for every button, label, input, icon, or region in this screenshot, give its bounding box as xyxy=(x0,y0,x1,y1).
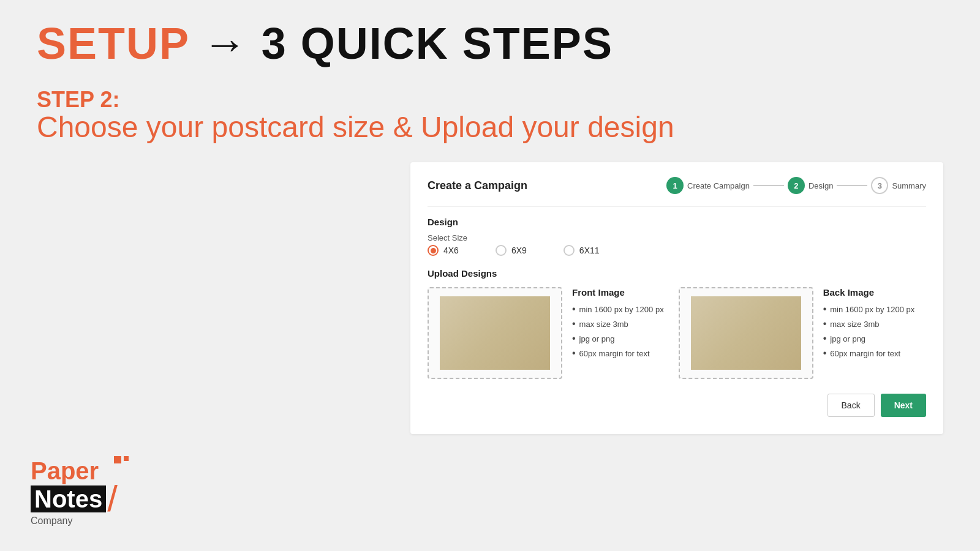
svg-rect-12 xyxy=(697,299,795,367)
card-divider xyxy=(428,206,926,207)
front-image-requirements: min 1600 px by 1200 px max size 3mb jpg … xyxy=(572,304,664,359)
back-req-3: jpg or png xyxy=(823,333,915,344)
front-req-3: jpg or png xyxy=(572,333,664,344)
back-req-4: 60px margin for text xyxy=(823,348,915,359)
back-image-title: Back Image xyxy=(823,287,915,298)
svg-point-3 xyxy=(489,318,501,332)
front-req-4: 60px margin for text xyxy=(572,348,664,359)
step-label: STEP 2: Choose your postcard size & Uplo… xyxy=(0,81,980,144)
title-arrow: → xyxy=(203,19,262,68)
svg-rect-7 xyxy=(458,345,530,347)
back-image-requirements: min 1600 px by 1200 px max size 3mb jpg … xyxy=(823,304,915,359)
svg-rect-21 xyxy=(709,353,783,354)
back-button[interactable]: Back xyxy=(827,394,875,417)
front-postcard-svg xyxy=(446,299,544,367)
svg-rect-0 xyxy=(446,299,544,367)
svg-rect-18 xyxy=(709,342,780,343)
svg-rect-13 xyxy=(697,299,795,367)
svg-rect-1 xyxy=(446,299,544,367)
front-image-title: Front Image xyxy=(572,287,664,298)
back-image-upload: Back Image min 1600 px by 1200 px max si… xyxy=(679,287,915,379)
svg-rect-22 xyxy=(709,356,775,358)
stepper-label-3: Summary xyxy=(892,181,926,190)
front-image-upload: Front Image min 1600 px by 1200 px max s… xyxy=(428,287,664,379)
svg-rect-16 xyxy=(703,303,789,305)
select-size-label: Select Size xyxy=(428,233,926,242)
svg-rect-10 xyxy=(458,356,524,358)
back-postcard-svg xyxy=(697,299,795,367)
back-req-1: min 1600 px by 1200 px xyxy=(823,304,915,315)
front-req-1: min 1600 px by 1200 px xyxy=(572,304,664,315)
radio-4x6[interactable] xyxy=(428,245,439,256)
back-image-info: Back Image min 1600 px by 1200 px max si… xyxy=(823,287,915,362)
logo-company: Company xyxy=(31,515,118,527)
stepper-label-1: Create Campaign xyxy=(687,181,750,190)
stepper-line-1 xyxy=(753,185,784,186)
svg-rect-5 xyxy=(458,337,532,339)
page-header: SETUP → 3 QUICK STEPS xyxy=(0,0,980,81)
logo-notes: Notes xyxy=(34,485,102,512)
svg-point-2 xyxy=(481,315,508,332)
stepper-label-2: Design xyxy=(809,181,833,190)
svg-point-14 xyxy=(733,315,760,332)
stepper-step-1: 1 xyxy=(666,177,684,194)
upload-section-label: Upload Designs xyxy=(428,268,926,279)
logo: Paper Notes / Company xyxy=(31,459,119,527)
size-option-6x11[interactable]: 6X11 xyxy=(564,245,600,256)
stepper-step-2: 2 xyxy=(788,177,805,194)
next-button[interactable]: Next xyxy=(881,394,926,417)
main-content: Create a Campaign 1 Create Campaign 2 De… xyxy=(0,144,980,434)
logo-slash: / xyxy=(107,483,118,514)
size-radio-group: 4X6 6X9 6X11 xyxy=(428,245,926,256)
card-title: Create a Campaign xyxy=(428,179,527,192)
radio-6x9[interactable] xyxy=(496,245,507,256)
front-image-info: Front Image min 1600 px by 1200 px max s… xyxy=(572,287,664,362)
upload-pair: Front Image min 1600 px by 1200 px max s… xyxy=(428,287,926,379)
svg-rect-6 xyxy=(458,342,529,343)
front-postcard-inner xyxy=(440,296,550,370)
logo-paper: Paper xyxy=(31,459,118,483)
size-option-4x6[interactable]: 4X6 xyxy=(428,245,459,256)
back-req-2: max size 3mb xyxy=(823,318,915,329)
front-image-preview[interactable] xyxy=(428,287,562,379)
stepper: 1 Create Campaign 2 Design 3 Summary xyxy=(666,177,926,194)
size-option-6x9[interactable]: 6X9 xyxy=(496,245,527,256)
svg-rect-9 xyxy=(458,353,532,354)
stepper-step-3: 3 xyxy=(871,177,888,194)
svg-point-15 xyxy=(740,318,752,332)
svg-rect-4 xyxy=(452,303,538,305)
svg-rect-20 xyxy=(709,349,777,350)
stepper-line-2 xyxy=(837,185,867,186)
svg-rect-17 xyxy=(709,337,783,339)
svg-point-23 xyxy=(739,326,753,336)
back-image-preview[interactable] xyxy=(679,287,813,379)
back-postcard-inner xyxy=(691,296,801,370)
design-section-label: Design xyxy=(428,217,926,227)
radio-6x11[interactable] xyxy=(564,245,575,256)
step-number: STEP 2: xyxy=(37,87,943,113)
svg-rect-19 xyxy=(709,345,782,347)
card-footer: Back Next xyxy=(428,394,926,417)
svg-point-11 xyxy=(488,326,502,336)
title-setup: SETUP xyxy=(37,19,189,68)
front-req-2: max size 3mb xyxy=(572,318,664,329)
title-steps: 3 QUICK STEPS xyxy=(262,19,613,68)
campaign-card: Create a Campaign 1 Create Campaign 2 De… xyxy=(410,162,943,434)
svg-rect-8 xyxy=(458,349,526,350)
card-header: Create a Campaign 1 Create Campaign 2 De… xyxy=(428,177,926,194)
step-description: Choose your postcard size & Upload your … xyxy=(37,110,943,144)
